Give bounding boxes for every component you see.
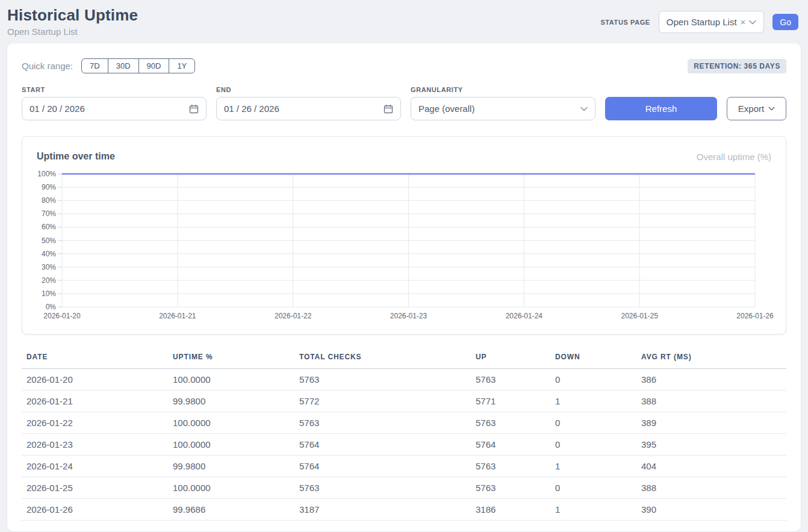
table-cell: 3187 bbox=[294, 499, 471, 521]
table-cell: 2026-01-21 bbox=[22, 391, 168, 412]
page-subtitle: Open Startup List bbox=[7, 26, 138, 37]
table-cell: 99.9800 bbox=[168, 391, 294, 412]
clear-icon[interactable]: × bbox=[741, 17, 746, 26]
svg-text:80%: 80% bbox=[42, 196, 56, 205]
svg-text:10%: 10% bbox=[42, 289, 56, 298]
end-date-input[interactable]: 01 / 26 / 2026 bbox=[216, 97, 401, 120]
granularity-field: GRANULARITY Page (overall) bbox=[411, 86, 595, 120]
table-row: 2026-01-2199.9800577257711388 bbox=[22, 391, 786, 412]
table-cell: 99.9686 bbox=[168, 499, 294, 521]
table-cell: 100.0000 bbox=[168, 412, 294, 434]
quick-range-30d[interactable]: 30D bbox=[108, 58, 139, 73]
column-header: AVG RT (MS) bbox=[636, 349, 786, 369]
quick-range-7d[interactable]: 7D bbox=[81, 58, 108, 73]
table-row: 2026-01-23100.0000576457640395 bbox=[22, 434, 786, 456]
quick-range-label: Quick range: bbox=[22, 61, 73, 71]
export-label: Export bbox=[738, 104, 764, 114]
table-row: 2026-01-22100.0000576357630389 bbox=[22, 412, 786, 434]
svg-text:30%: 30% bbox=[42, 263, 56, 271]
table-cell: 404 bbox=[636, 456, 786, 477]
end-date-field: END 01 / 26 / 2026 bbox=[216, 86, 401, 120]
svg-text:0%: 0% bbox=[46, 303, 57, 311]
refresh-button[interactable]: Refresh bbox=[605, 97, 717, 120]
svg-text:2026-01-23: 2026-01-23 bbox=[390, 312, 427, 320]
svg-text:20%: 20% bbox=[42, 276, 56, 285]
calendar-icon[interactable] bbox=[384, 104, 393, 114]
chevron-down-icon bbox=[749, 20, 756, 25]
table-cell: 0 bbox=[550, 369, 636, 391]
granularity-select[interactable]: Page (overall) bbox=[411, 97, 595, 120]
column-header: TOTAL CHECKS bbox=[294, 349, 471, 369]
status-page-select[interactable]: Open Startup List × bbox=[659, 11, 765, 33]
svg-text:40%: 40% bbox=[42, 250, 56, 258]
chart-title: Uptime over time bbox=[37, 151, 115, 162]
table-row: 2026-01-20100.0000576357630386 bbox=[22, 369, 786, 391]
svg-text:60%: 60% bbox=[42, 223, 56, 231]
column-header: DOWN bbox=[550, 349, 636, 369]
svg-text:2026-01-20: 2026-01-20 bbox=[43, 312, 81, 320]
status-page-value: Open Startup List bbox=[667, 17, 737, 27]
start-date-value: 01 / 20 / 2026 bbox=[30, 104, 85, 114]
start-date-field: START 01 / 20 / 2026 bbox=[22, 86, 207, 120]
filter-controls-row: START 01 / 20 / 2026 END 01 / 26 / 2026 bbox=[22, 86, 786, 120]
table-cell: 388 bbox=[636, 391, 786, 412]
chart-header: Uptime over time Overall uptime (%) bbox=[32, 146, 776, 168]
main-panel: Quick range: 7D30D90D1Y RETENTION: 365 D… bbox=[7, 43, 801, 531]
table-cell: 5764 bbox=[294, 456, 471, 477]
uptime-line-chart: 0%10%20%30%40%50%60%70%80%90%100%2026-01… bbox=[32, 168, 779, 327]
granularity-value: Page (overall) bbox=[418, 104, 474, 114]
end-label: END bbox=[216, 86, 401, 93]
table-row: 2026-01-2499.9800576457631404 bbox=[22, 456, 786, 477]
table-cell: 5763 bbox=[471, 456, 550, 477]
start-date-input[interactable]: 01 / 20 / 2026 bbox=[22, 97, 207, 120]
quick-range-group: 7D30D90D1Y bbox=[81, 58, 195, 73]
quick-range-90d[interactable]: 90D bbox=[138, 58, 170, 73]
table-cell: 5763 bbox=[294, 477, 471, 499]
topbar: Historical Uptime Open Startup List STAT… bbox=[0, 0, 808, 43]
column-header: UPTIME % bbox=[168, 349, 294, 369]
table-cell: 5771 bbox=[471, 391, 550, 412]
table-cell: 5772 bbox=[294, 391, 471, 412]
table-cell: 99.9800 bbox=[168, 456, 294, 477]
table-cell: 390 bbox=[636, 499, 786, 521]
topbar-controls: STATUS PAGE Open Startup List × Go bbox=[600, 11, 798, 33]
table-cell: 3186 bbox=[471, 499, 550, 521]
table-cell: 5763 bbox=[471, 412, 550, 434]
chart-legend: Overall uptime (%) bbox=[697, 152, 771, 162]
table-cell: 100.0000 bbox=[168, 477, 294, 499]
quick-range-row: Quick range: 7D30D90D1Y RETENTION: 365 D… bbox=[22, 58, 786, 73]
status-page-label: STATUS PAGE bbox=[600, 19, 650, 26]
table-cell: 0 bbox=[550, 434, 636, 456]
uptime-table: DATEUPTIME %TOTAL CHECKSUPDOWNAVG RT (MS… bbox=[22, 349, 786, 521]
export-button[interactable]: Export bbox=[727, 97, 786, 120]
table-cell: 389 bbox=[636, 412, 786, 434]
table-cell: 100.0000 bbox=[168, 434, 294, 456]
quick-range-1y[interactable]: 1Y bbox=[169, 58, 195, 73]
chevron-down-icon bbox=[768, 107, 775, 111]
table-row: 2026-01-2699.9686318731861390 bbox=[22, 499, 786, 521]
svg-text:2026-01-24: 2026-01-24 bbox=[506, 312, 543, 320]
svg-text:70%: 70% bbox=[42, 209, 56, 218]
table-cell: 1 bbox=[550, 456, 636, 477]
chart-card: Uptime over time Overall uptime (%) 0%10… bbox=[22, 136, 786, 335]
svg-text:2026-01-22: 2026-01-22 bbox=[275, 312, 312, 320]
table-cell: 2026-01-20 bbox=[22, 369, 168, 391]
table-row: 2026-01-25100.0000576357630388 bbox=[22, 477, 786, 499]
table-cell: 0 bbox=[550, 477, 636, 499]
table-cell: 5764 bbox=[294, 434, 471, 456]
table-cell: 5764 bbox=[471, 434, 550, 456]
end-date-value: 01 / 26 / 2026 bbox=[224, 104, 279, 114]
table-cell: 5763 bbox=[294, 369, 471, 391]
table-cell: 2026-01-24 bbox=[22, 456, 168, 477]
svg-text:2026-01-21: 2026-01-21 bbox=[159, 312, 196, 320]
table-cell: 1 bbox=[550, 391, 636, 412]
table-cell: 5763 bbox=[294, 412, 471, 434]
svg-text:2026-01-26: 2026-01-26 bbox=[736, 312, 774, 320]
table-cell: 2026-01-23 bbox=[22, 434, 168, 456]
go-button[interactable]: Go bbox=[772, 14, 798, 30]
chevron-down-icon bbox=[580, 107, 588, 111]
calendar-icon[interactable] bbox=[189, 104, 199, 114]
column-header: UP bbox=[471, 349, 550, 369]
svg-text:100%: 100% bbox=[37, 170, 56, 178]
table-cell: 0 bbox=[550, 412, 636, 434]
